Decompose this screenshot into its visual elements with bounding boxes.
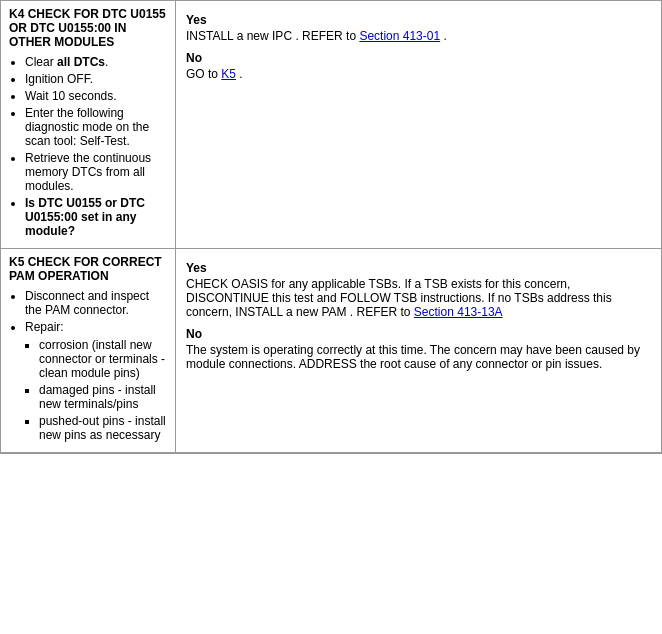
k5-steps-list: Disconnect and inspect the PAM connector… (9, 289, 167, 442)
k4-steps-list: Clear all DTCs. Ignition OFF. Wait 10 se… (9, 55, 167, 238)
k5-right-col: Yes CHECK OASIS for any applicable TSBs.… (176, 249, 661, 452)
list-item: Wait 10 seconds. (25, 89, 167, 103)
list-item: pushed-out pins - install new pins as ne… (39, 414, 167, 442)
main-table: K4 CHECK FOR DTC U0155 OR DTC U0155:00 I… (0, 0, 662, 454)
k4-yes-label: Yes (186, 13, 651, 27)
k5-title: K5 CHECK FOR CORRECT PAM OPERATION (9, 255, 167, 283)
k4-no-text: GO to K5 . (186, 67, 651, 81)
k5-yes-block: Yes CHECK OASIS for any applicable TSBs.… (186, 261, 651, 319)
k4-yes-text: INSTALL a new IPC . REFER to Section 413… (186, 29, 651, 43)
section-413-01-link[interactable]: Section 413-01 (359, 29, 440, 43)
bold-question: Is DTC U0155 or DTC U0155:00 set in any … (25, 196, 145, 238)
k5-section: K5 CHECK FOR CORRECT PAM OPERATION Disco… (1, 249, 661, 453)
section-413-13a-link[interactable]: Section 413-13A (414, 305, 503, 319)
k5-repair-sublist: corrosion (install new connector or term… (25, 338, 167, 442)
k5-no-block: No The system is operating correctly at … (186, 327, 651, 371)
list-item: Repair: corrosion (install new connector… (25, 320, 167, 442)
list-item: Disconnect and inspect the PAM connector… (25, 289, 167, 317)
k4-yes-block: Yes INSTALL a new IPC . REFER to Section… (186, 13, 651, 43)
k5-link[interactable]: K5 (221, 67, 236, 81)
k4-no-label: No (186, 51, 651, 65)
list-item: Clear all DTCs. (25, 55, 167, 69)
k5-yes-text: CHECK OASIS for any applicable TSBs. If … (186, 277, 651, 319)
list-item: Is DTC U0155 or DTC U0155:00 set in any … (25, 196, 167, 238)
k4-no-block: No GO to K5 . (186, 51, 651, 81)
k5-left-col: K5 CHECK FOR CORRECT PAM OPERATION Disco… (1, 249, 176, 452)
k5-yes-label: Yes (186, 261, 651, 275)
list-item: damaged pins - install new terminals/pin… (39, 383, 167, 411)
list-item: Retrieve the continuous memory DTCs from… (25, 151, 167, 193)
k5-no-label: No (186, 327, 651, 341)
k5-no-text: The system is operating correctly at thi… (186, 343, 651, 371)
list-item: Ignition OFF. (25, 72, 167, 86)
k4-section: K4 CHECK FOR DTC U0155 OR DTC U0155:00 I… (1, 1, 661, 249)
k4-title: K4 CHECK FOR DTC U0155 OR DTC U0155:00 I… (9, 7, 167, 49)
list-item: Enter the following diagnostic mode on t… (25, 106, 167, 148)
k4-right-col: Yes INSTALL a new IPC . REFER to Section… (176, 1, 661, 248)
k4-left-col: K4 CHECK FOR DTC U0155 OR DTC U0155:00 I… (1, 1, 176, 248)
bold-text: all DTCs (57, 55, 105, 69)
list-item: corrosion (install new connector or term… (39, 338, 167, 380)
